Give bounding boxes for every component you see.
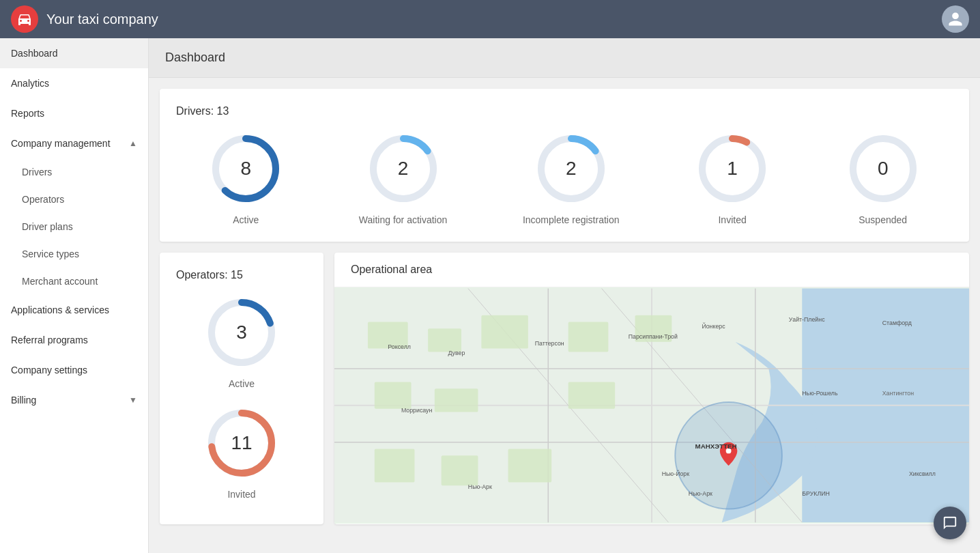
sidebar-item-service-types[interactable]: Service types bbox=[0, 240, 148, 268]
stat-label: Invited bbox=[718, 214, 746, 225]
svg-text:Дувер: Дувер bbox=[448, 350, 465, 356]
svg-rect-29 bbox=[568, 322, 609, 352]
sidebar: Dashboard Analytics Reports Company mana… bbox=[0, 38, 149, 553]
stat-label: Invited bbox=[227, 489, 255, 500]
drivers-card: Drivers: 13 8Active2Waiting for activati… bbox=[160, 89, 969, 242]
drivers-card-title: Drivers: 13 bbox=[176, 105, 953, 117]
operators-stats: 3Active11Invited bbox=[176, 295, 307, 500]
chat-button[interactable] bbox=[934, 507, 966, 539]
stat-label: Active bbox=[229, 378, 255, 389]
bottom-row: Operators: 15 3Active11Invited Operation… bbox=[160, 253, 969, 524]
svg-rect-31 bbox=[568, 382, 616, 409]
donut-chart: 1 bbox=[695, 131, 770, 206]
sidebar-item-driver-plans[interactable]: Driver plans bbox=[0, 213, 148, 240]
donut-chart: 2 bbox=[534, 131, 609, 206]
svg-text:Хантингтон: Хантингтон bbox=[882, 390, 914, 397]
stat-waiting-for-activation: 2Waiting for activation bbox=[359, 131, 447, 225]
svg-text:Рокселл: Рокселл bbox=[388, 343, 411, 350]
svg-text:Паттерсон: Паттерсон bbox=[535, 340, 564, 347]
map-area: Паттерсон Рокселл Дувер Парсиппани-Трой … bbox=[334, 287, 969, 524]
map-svg: Паттерсон Рокселл Дувер Парсиппани-Трой … bbox=[334, 287, 969, 524]
app-logo bbox=[11, 5, 38, 33]
stat-active: 3Active bbox=[176, 295, 307, 389]
stat-active: 8Active bbox=[208, 131, 283, 225]
sidebar-item-merchant-account[interactable]: Merchant account bbox=[0, 268, 148, 295]
svg-text:МАНХЭТТЕН: МАНХЭТТЕН bbox=[695, 442, 737, 450]
sidebar-item-company-management[interactable]: Company management ▲ bbox=[0, 128, 148, 158]
svg-text:Йонкерс: Йонкерс bbox=[702, 322, 725, 330]
chevron-down-icon: ▼ bbox=[129, 395, 137, 405]
svg-text:Моррисаун: Моррисаун bbox=[401, 407, 433, 414]
stat-value: 11 bbox=[231, 432, 252, 454]
svg-text:Нью-Йорк: Нью-Йорк bbox=[662, 470, 690, 477]
stat-label: Active bbox=[233, 214, 259, 225]
svg-text:Парсиппани-Трой: Парсиппани-Трой bbox=[629, 333, 678, 340]
svg-text:Нью-Арк: Нью-Арк bbox=[689, 490, 712, 497]
donut-chart: 2 bbox=[366, 131, 441, 206]
donut-chart: 8 bbox=[208, 131, 283, 206]
header-left: Your taxi company bbox=[11, 5, 158, 33]
svg-rect-32 bbox=[375, 449, 415, 482]
svg-text:Стамфорд: Стамфорд bbox=[882, 320, 912, 326]
operators-card: Operators: 15 3Active11Invited bbox=[160, 253, 323, 524]
svg-text:Хиксвилл: Хиксвилл bbox=[909, 470, 936, 477]
svg-text:Нью-Арк: Нью-Арк bbox=[468, 483, 492, 490]
stat-incomplete-registration: 2Incomplete registration bbox=[523, 131, 620, 225]
app-title: Your taxi company bbox=[46, 12, 158, 27]
sidebar-item-company-settings[interactable]: Company settings bbox=[0, 355, 148, 385]
stat-value: 2 bbox=[566, 158, 577, 180]
map-card: Operational area bbox=[334, 253, 969, 524]
stat-value: 0 bbox=[878, 158, 889, 180]
svg-rect-27 bbox=[375, 382, 412, 409]
svg-rect-26 bbox=[481, 315, 528, 349]
stat-invited: 11Invited bbox=[176, 406, 307, 500]
stat-label: Waiting for activation bbox=[359, 214, 447, 225]
stat-value: 1 bbox=[727, 158, 738, 180]
sidebar-item-drivers[interactable]: Drivers bbox=[0, 158, 148, 186]
stat-value: 8 bbox=[240, 158, 251, 180]
donut-chart: 3 bbox=[204, 295, 279, 370]
svg-text:БРУКЛИН: БРУКЛИН bbox=[802, 490, 830, 497]
donut-chart: 11 bbox=[204, 406, 279, 481]
header: Your taxi company bbox=[0, 0, 980, 38]
stat-value: 3 bbox=[236, 322, 247, 343]
content-area: Dashboard Drivers: 13 8Active2Waiting fo… bbox=[149, 38, 980, 553]
svg-rect-34 bbox=[508, 449, 552, 482]
sidebar-item-operators[interactable]: Operators bbox=[0, 186, 148, 213]
sidebar-item-reports[interactable]: Reports bbox=[0, 98, 148, 128]
drivers-stats-row: 8Active2Waiting for activation2Incomplet… bbox=[176, 131, 953, 225]
sidebar-item-billing[interactable]: Billing ▼ bbox=[0, 385, 148, 415]
donut-chart: 0 bbox=[846, 131, 921, 206]
stat-suspended: 0Suspended bbox=[846, 131, 921, 225]
sidebar-item-dashboard[interactable]: Dashboard bbox=[0, 38, 148, 68]
svg-text:Нью-Рошель: Нью-Рошель bbox=[802, 390, 838, 397]
stat-invited: 1Invited bbox=[695, 131, 770, 225]
stat-label: Suspended bbox=[859, 214, 907, 225]
operators-card-title: Operators: 15 bbox=[176, 269, 307, 281]
svg-rect-25 bbox=[428, 328, 461, 352]
stat-value: 2 bbox=[398, 158, 409, 180]
stat-label: Incomplete registration bbox=[523, 214, 620, 225]
map-card-title: Operational area bbox=[334, 253, 969, 287]
sidebar-item-applications-services[interactable]: Applications & services bbox=[0, 295, 148, 325]
sidebar-item-referral-programs[interactable]: Referral programs bbox=[0, 325, 148, 355]
svg-text:Уайт-Плейнс: Уайт-Плейнс bbox=[789, 316, 825, 323]
svg-rect-33 bbox=[442, 455, 478, 485]
user-avatar[interactable] bbox=[942, 5, 969, 33]
svg-rect-28 bbox=[435, 388, 478, 412]
page-title: Dashboard bbox=[149, 38, 980, 78]
sidebar-item-analytics[interactable]: Analytics bbox=[0, 68, 148, 98]
main-layout: Dashboard Analytics Reports Company mana… bbox=[0, 38, 980, 553]
chevron-up-icon: ▲ bbox=[129, 139, 137, 148]
